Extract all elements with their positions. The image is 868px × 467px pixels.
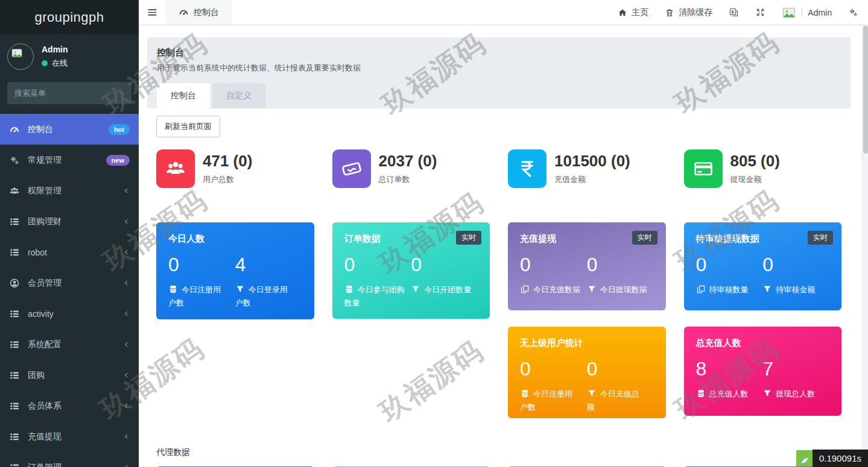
sidebar-item-activity[interactable]: activity	[0, 298, 139, 329]
gear-icon	[848, 7, 858, 17]
sidebar-item-order-management[interactable]: 订单管理	[0, 452, 139, 467]
list-icon	[9, 216, 20, 227]
refresh-page-button[interactable]: 刷新当前页面	[156, 116, 220, 137]
stat-value: 471 (0)	[203, 152, 252, 170]
language-button[interactable]	[729, 7, 739, 17]
metric-value: 0	[587, 357, 654, 380]
chevron-left-icon	[123, 433, 130, 440]
sidebar-item-label: 充值提现	[28, 431, 62, 442]
sidebar-item-groupbuy[interactable]: 团购	[0, 360, 139, 390]
metric-value: 0	[344, 253, 411, 276]
chevron-left-icon	[123, 187, 130, 194]
sidebar-item-label: 权限管理	[28, 186, 62, 196]
scrollbar-thumb[interactable]	[863, 26, 868, 154]
thinkphp-leaf-icon	[796, 450, 813, 467]
stat-value: 2037 (0)	[379, 152, 437, 170]
avatar	[782, 5, 796, 20]
sidebar: groupingph Admin 在线 控制台 hot 常规管理 new 权限管…	[0, 0, 139, 467]
hamburger-icon	[147, 7, 158, 18]
realtime-badge: 实时	[456, 231, 481, 245]
stat-label: 提现金额	[730, 174, 780, 185]
user-menu[interactable]: Admin	[782, 5, 832, 20]
stat-label: 用户总数	[203, 174, 252, 185]
page-header: 控制台 用于展示当前系统中的统计数据、统计报表及重要实时数据 控制台 自定义	[147, 37, 851, 108]
list-icon	[9, 247, 20, 258]
handshake-icon	[332, 149, 371, 188]
settings-button[interactable]	[848, 7, 858, 17]
header-tabs: 控制台 自定义	[157, 83, 841, 108]
funnel-icon	[762, 284, 772, 294]
chevron-left-icon	[123, 280, 130, 286]
clear-cache-link[interactable]: 清除缓存	[665, 7, 712, 18]
list-icon	[9, 370, 20, 381]
home-link[interactable]: 主页	[618, 7, 648, 18]
list-icon	[9, 401, 20, 412]
page-subtitle: 用于展示当前系统中的统计数据、统计报表及重要实时数据	[157, 63, 841, 74]
navbar-tab-label: 控制台	[194, 7, 219, 18]
sidebar-item-recharge-withdraw[interactable]: 充值提现	[0, 421, 139, 452]
online-dot-icon	[42, 60, 48, 66]
debug-toolbar[interactable]: 0.190091s	[796, 450, 868, 467]
gauge-icon	[9, 124, 20, 135]
realtime-badge: 实时	[632, 231, 657, 245]
sidebar-search	[7, 82, 131, 104]
funnel-icon	[587, 389, 597, 398]
sidebar-item-permission-management[interactable]: 权限管理	[0, 175, 139, 206]
search-input[interactable]	[14, 89, 121, 98]
navbar-tab-console[interactable]: 控制台	[166, 0, 232, 25]
sidebar-item-member-management[interactable]: 会员管理	[0, 268, 139, 298]
navbar-user-name: Admin	[808, 8, 832, 17]
funnel-icon	[762, 389, 772, 398]
metric-label: 今日参与团购数量	[344, 283, 407, 309]
user-circle-icon	[9, 278, 20, 289]
metric-label: 今日注册用户数	[520, 387, 574, 413]
stat-value: 805 (0)	[730, 152, 780, 170]
metric-value: 4	[235, 253, 302, 276]
list-icon	[9, 309, 20, 319]
card-no-parent-users: 无上级用户统计 0 今日注册用户数 0 今日充值总额	[508, 327, 666, 418]
sidebar-item-general-management[interactable]: 常规管理 new	[0, 145, 139, 175]
credit-card-icon	[684, 149, 723, 188]
sidebar-item-label: 团购	[28, 370, 45, 381]
funnel-icon	[587, 284, 597, 294]
language-icon	[729, 7, 739, 17]
stat-value: 101500 (0)	[554, 152, 630, 170]
sidebar-item-label: 会员管理	[28, 278, 62, 289]
metric-label: 提现总人数	[762, 387, 829, 400]
metric-value: 8	[696, 357, 763, 380]
sidebar-item-label: 会员体系	[28, 401, 62, 412]
fullscreen-button[interactable]	[755, 7, 765, 17]
metric-value: 0	[762, 253, 829, 276]
top-navbar: 控制台 主页 清除缓存 Admin	[139, 0, 868, 25]
sidebar-item-label: robot	[28, 248, 47, 257]
sidebar-item-member-system[interactable]: 会员体系	[0, 390, 139, 421]
metric-label: 总充值人数	[696, 387, 763, 400]
tab-custom[interactable]: 自定义	[212, 83, 265, 108]
sidebar-item-groupbuy-finance[interactable]: 团购理财	[0, 206, 139, 237]
metric-label: 今日登录用户数	[235, 283, 290, 309]
funnel-icon	[235, 284, 245, 294]
fullscreen-icon	[755, 7, 765, 17]
users-icon	[9, 186, 20, 196]
sidebar-toggle-button[interactable]	[139, 7, 166, 18]
user-name: Admin	[42, 45, 68, 54]
chevron-left-icon	[123, 249, 130, 255]
scrollbar-track[interactable]	[862, 25, 868, 467]
sidebar-item-system-config[interactable]: 系统配置	[0, 329, 139, 360]
tab-console[interactable]: 控制台	[157, 83, 210, 108]
sidebar-item-label: activity	[28, 309, 54, 319]
stat-total-orders: 2037 (0) 总订单数	[332, 149, 490, 188]
sidebar-item-label: 订单管理	[28, 462, 62, 467]
sidebar-item-robot[interactable]: robot	[0, 237, 139, 268]
user-panel: Admin 在线	[0, 34, 139, 77]
chevron-left-icon	[123, 464, 130, 467]
card-title: 总充值人数	[696, 337, 830, 349]
sidebar-item-label: 系统配置	[28, 339, 62, 350]
chevron-left-icon	[123, 403, 130, 409]
list-icon	[9, 462, 20, 467]
stat-total-users: 471 (0) 用户总数	[156, 149, 314, 188]
chevron-left-icon	[123, 218, 130, 225]
cogs-icon	[9, 155, 20, 166]
sidebar-item-console[interactable]: 控制台 hot	[0, 114, 139, 145]
metric-label: 待审核数量	[696, 283, 763, 296]
